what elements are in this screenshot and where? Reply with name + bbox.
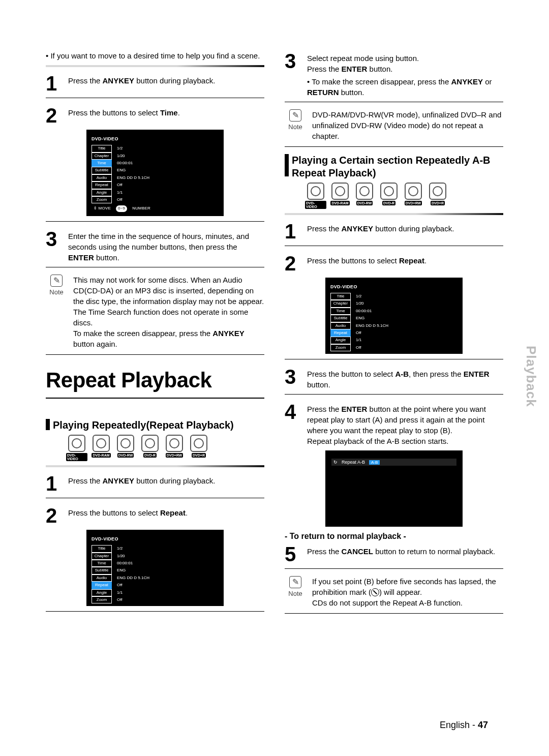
- divider: [285, 146, 503, 147]
- disc-type-icon: DVD+R: [427, 183, 448, 209]
- note-block: ✎ Note DVD-RAM/DVD-RW(VR mode), unfinali…: [285, 109, 503, 141]
- repeat-step-2: 2 Press the buttons to select Repeat.: [46, 505, 264, 526]
- divider: [285, 613, 503, 614]
- disc-type-icon: DVD-RW: [354, 183, 375, 209]
- osd-screenshot-time: DVD-VIDEOTitle1/2Chapter1/20Time00:00:01…: [86, 130, 224, 216]
- right-step-3: 3 Select repeat mode using button.Press …: [285, 51, 503, 98]
- right-column: 3 Select repeat mode using button.Press …: [285, 51, 503, 621]
- osd-screenshot-ab-repeat: DVD-VIDEOTitle1/2Chapter1/20Time00:00:01…: [325, 278, 463, 354]
- note-body: This may not work for some discs. When a…: [73, 275, 264, 349]
- section-heading-ab: Playing a Certain section Repeatedly A-B…: [285, 154, 503, 179]
- pencil-icon: ✎: [50, 275, 63, 287]
- disc-type-icon: DVD+RW: [403, 183, 424, 209]
- note-body: If you set point (B) before five seconds…: [312, 576, 503, 608]
- section-heading-repeat: Playing Repeatedly(Repeat Playback): [46, 419, 264, 432]
- divider: [46, 221, 264, 222]
- side-tab: Playback: [523, 346, 539, 407]
- divider: [46, 98, 264, 98]
- ab-step-1: 1 Press the ANYKEY button during playbac…: [285, 221, 503, 241]
- step-number: 3: [285, 367, 300, 387]
- osd-screenshot-ab: ↻ Repeat A-B A-B: [325, 450, 463, 527]
- note-text: Note: [288, 123, 302, 132]
- disc-type-icon: DVD-RW: [115, 435, 136, 461]
- divider: [46, 398, 264, 399]
- step-number: 3: [46, 229, 61, 249]
- intro-bullet: • If you want to move to a desired time …: [46, 51, 264, 61]
- step-text: Press the ANYKEY button during playback.: [307, 221, 454, 234]
- heading-text: Playing a Certain section Repeatedly A-B…: [292, 154, 503, 179]
- step-number: 2: [46, 505, 61, 526]
- footer-lang: English: [440, 720, 470, 730]
- divider: [285, 102, 503, 102]
- disc-type-icon: DVD+R: [188, 435, 209, 461]
- disc-icons-row: DVD-VIDEODVD-RAMDVD-RWDVD-RDVD+RWDVD+R: [66, 435, 264, 461]
- time-step-2: 2 Press the buttons to select Time.: [46, 105, 264, 126]
- divider: [46, 498, 264, 498]
- pencil-icon: ✎: [289, 576, 301, 588]
- time-step-3: 3 Enter the time in the sequence of hour…: [46, 229, 264, 263]
- divider: [46, 465, 264, 467]
- step-number: 5: [285, 544, 300, 564]
- disc-type-icon: DVD-VIDEO: [66, 435, 87, 461]
- step-number: 4: [285, 402, 300, 422]
- repeat-step-1: 1 Press the ANYKEY button during playbac…: [46, 473, 264, 494]
- step-text: Press the buttons to select Repeat.: [68, 505, 188, 518]
- step-text: Press the ENTER button at the point wher…: [307, 402, 503, 446]
- step-text: Press the CANCEL button to return to nor…: [307, 544, 495, 557]
- pencil-icon: ✎: [289, 109, 301, 122]
- step-text: Press the buttons to select Time.: [68, 105, 180, 118]
- divider: [46, 65, 264, 67]
- ab-step-2: 2 Press the buttons to select Repeat.: [285, 253, 503, 274]
- divider: [285, 394, 503, 395]
- divider: [285, 213, 503, 215]
- step-text: Press the button to select A-B, then pre…: [307, 367, 503, 390]
- note-block: ✎ Note If you set point (B) before five …: [285, 576, 503, 608]
- osd-screenshot-repeat: DVD-VIDEOTitle1/2Chapter1/20Time00:00:01…: [86, 530, 224, 606]
- note-label: ✎ Note: [46, 275, 67, 349]
- note-text: Note: [288, 589, 302, 598]
- step-text: Press the ANYKEY button during playback.: [68, 473, 215, 486]
- divider: [46, 354, 264, 355]
- note-text: Note: [49, 288, 63, 297]
- disc-type-icon: DVD-RAM: [329, 183, 351, 209]
- time-step-1: 1 Press the ANYKEY button during playbac…: [46, 73, 264, 94]
- ab-value: A-B: [369, 460, 380, 465]
- heading-bar-icon: [285, 154, 289, 176]
- step-number: 2: [46, 105, 61, 126]
- ab-step-5: 5 Press the CANCEL button to return to n…: [285, 544, 503, 564]
- ab-step-4: 4 Press the ENTER button at the point wh…: [285, 402, 503, 446]
- divider: [46, 267, 264, 267]
- disc-icons-row: DVD-VIDEODVD-RAMDVD-RWDVD-RDVD+RWDVD+R: [305, 183, 503, 209]
- divider: [285, 246, 503, 246]
- ab-label: Repeat A-B: [342, 460, 365, 465]
- note-label: ✎ Note: [285, 576, 306, 608]
- prohibit-icon: [371, 588, 379, 596]
- subheading-return: - To return to normal playback -: [285, 532, 503, 541]
- repeat-icon: ↻: [333, 460, 338, 465]
- heading-bar-icon: [46, 419, 50, 430]
- step-number: 1: [285, 221, 300, 241]
- step-number: 1: [46, 73, 61, 94]
- note-block: ✎ Note This may not work for some discs.…: [46, 275, 264, 349]
- disc-type-icon: DVD+RW: [164, 435, 185, 461]
- disc-type-icon: DVD-VIDEO: [305, 183, 326, 209]
- step-text: Select repeat mode using button.Press th…: [307, 51, 503, 98]
- step-number: 2: [285, 253, 300, 274]
- footer-page: 47: [478, 720, 488, 730]
- heading-text: Playing Repeatedly(Repeat Playback): [53, 419, 234, 432]
- step-number: 3: [285, 51, 300, 71]
- left-column: • If you want to move to a desired time …: [46, 51, 264, 621]
- note-body: DVD-RAM/DVD-RW(VR mode), unfinalized DVD…: [312, 109, 503, 141]
- ab-step-3: 3 Press the button to select A-B, then p…: [285, 367, 503, 390]
- step-text: Press the ANYKEY button during playback.: [68, 73, 215, 86]
- disc-type-icon: DVD-RAM: [90, 435, 112, 461]
- step-text: Press the buttons to select Repeat.: [307, 253, 426, 266]
- page-title: Repeat Playback: [46, 368, 264, 392]
- step-number: 1: [46, 473, 61, 494]
- note-label: ✎ Note: [285, 109, 306, 141]
- divider: [285, 568, 503, 569]
- page-footer: English - 47: [440, 720, 488, 731]
- disc-type-icon: DVD-R: [378, 183, 400, 209]
- disc-type-icon: DVD-R: [139, 435, 161, 461]
- step-text: Enter the time in the sequence of hours,…: [68, 229, 264, 263]
